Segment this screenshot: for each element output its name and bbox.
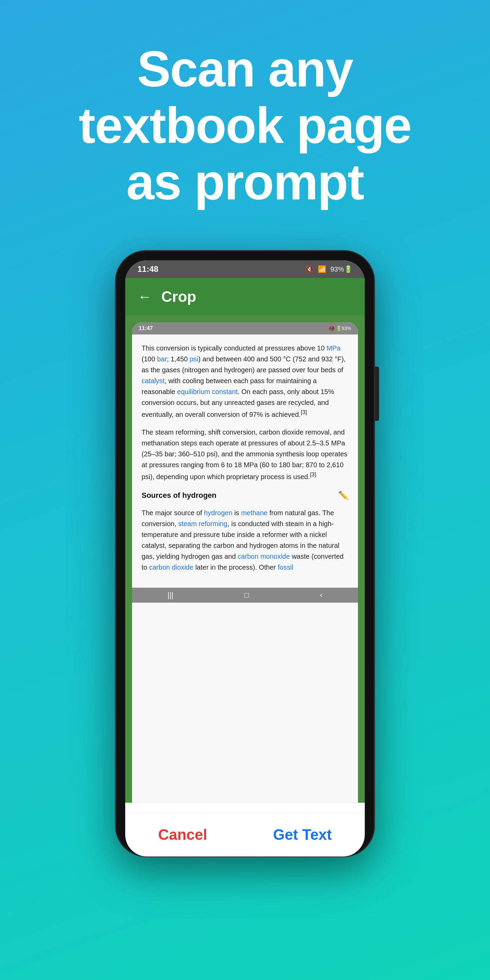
status-icons: 🔇 📶 93%🔋: [305, 265, 353, 273]
article-paragraph-3: The major source of hydrogen is methane …: [142, 508, 348, 573]
inner-status-icons: 📵 🔋93%: [329, 326, 351, 331]
inner-card: 11:47 📵 🔋93% This conversion is typicall…: [132, 322, 358, 803]
status-bar: 11:48 🔇 📶 93%🔋: [125, 260, 365, 278]
content-area: 11:47 📵 🔋93% This conversion is typicall…: [125, 315, 365, 803]
article-paragraph-2: The steam reforming, shift conversion, c…: [142, 427, 348, 482]
hero-line1: Scan any: [79, 41, 411, 97]
battery-label: 93%🔋: [331, 265, 353, 273]
back-button[interactable]: ←: [137, 288, 152, 305]
edit-icon[interactable]: ✏️: [338, 489, 348, 502]
section-heading: Sources of hydrogen ✏️: [142, 489, 348, 502]
hero-title: Scan any textbook page as prompt: [51, 41, 438, 210]
status-time: 11:48: [137, 264, 158, 274]
inner-status-time: 11:47: [139, 325, 153, 331]
app-header: ← Crop: [125, 278, 365, 315]
article-body: This conversion is typically conducted a…: [132, 334, 358, 588]
phone-mockup: 11:48 🔇 📶 93%🔋 ← Crop 11:47 📵 🔋93%: [116, 251, 374, 856]
inner-nav-bar: ||| □ ‹: [132, 588, 358, 603]
hero-line3: as prompt: [79, 154, 411, 210]
section-title: Sources of hydrogen: [142, 489, 216, 501]
page-title: Crop: [161, 288, 196, 305]
hero-line2: textbook page: [79, 97, 411, 154]
nav-back-button[interactable]: ‹: [320, 591, 322, 600]
nav-home-button[interactable]: □: [244, 591, 249, 600]
article-paragraph-1: This conversion is typically conducted a…: [142, 343, 348, 420]
inner-status-bar: 11:47 📵 🔋93%: [132, 322, 358, 334]
bottom-action-bar: Cancel Get Text: [125, 812, 365, 856]
mute-icon: 🔇: [305, 265, 314, 273]
wifi-icon: 📶: [318, 265, 326, 273]
phone-screen: 11:48 🔇 📶 93%🔋 ← Crop 11:47 📵 🔋93%: [125, 260, 365, 847]
nav-recents-button[interactable]: |||: [167, 591, 173, 600]
get-text-button[interactable]: Get Text: [273, 826, 332, 843]
cancel-button[interactable]: Cancel: [158, 826, 207, 843]
